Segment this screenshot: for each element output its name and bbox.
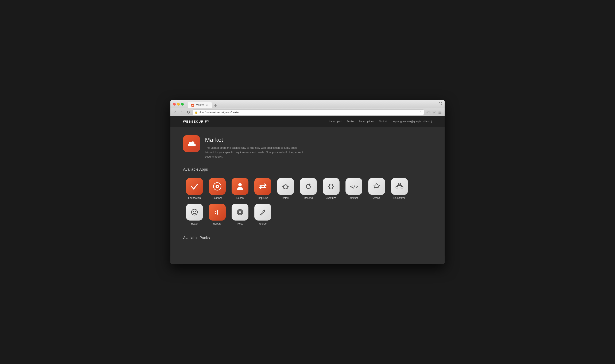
svg-text:</>: </>	[350, 184, 358, 189]
ssl-icon: 🔒	[195, 111, 198, 114]
retest-icon	[277, 178, 294, 195]
app-haxor[interactable]: Haxor	[183, 202, 206, 227]
refresh-button[interactable]	[186, 110, 191, 115]
nav-links: Launchpad Profile Subscriptions Market L…	[329, 120, 432, 123]
app-httpview[interactable]: Httpview	[251, 176, 274, 202]
page-description: The Market offers the easiest way to fin…	[205, 146, 306, 159]
active-tab[interactable]: WS Market ✕	[188, 102, 212, 108]
main-content: Market The Market offers the easiest way…	[170, 127, 445, 264]
nav-profile[interactable]: Profile	[346, 120, 354, 123]
xmlfuzz-label: Xmlfuzz	[349, 196, 358, 199]
backframe-icon	[391, 178, 408, 195]
app-resend[interactable]: Resend	[297, 176, 320, 202]
app-scanner[interactable]: Scanner	[206, 176, 229, 202]
haxor-label: Haxor	[191, 222, 198, 225]
recon-icon	[232, 178, 248, 195]
jsonfuzz-label: Jsonfuzz	[326, 196, 336, 199]
resend-icon	[300, 178, 317, 195]
resend-label: Resend	[304, 196, 313, 199]
svg-point-15	[191, 209, 197, 215]
scanner-icon	[209, 178, 226, 195]
nav-launchpad[interactable]: Launchpad	[329, 120, 342, 123]
traffic-lights	[173, 103, 184, 105]
app-backframe[interactable]: Backframe	[388, 176, 411, 202]
available-apps-title: Available Apps	[183, 167, 432, 172]
app-rforge[interactable]: Rforge	[251, 202, 274, 227]
site-logo: WEBSECURIFY	[183, 120, 209, 123]
svg-rect-4	[438, 112, 441, 113]
app-foundation[interactable]: Foundation	[183, 176, 206, 202]
app-jsonfuzz[interactable]: {} Jsonfuzz	[320, 176, 342, 202]
xmlfuzz-icon: </>	[345, 178, 362, 195]
svg-point-16	[193, 211, 194, 212]
scanner-label: Scanner	[213, 196, 222, 199]
page-header: Market The Market offers the easiest way…	[183, 135, 432, 159]
reburp-icon: :)	[209, 204, 226, 221]
app-reburp[interactable]: :) Reburp	[206, 202, 229, 227]
page-title-area: Market The Market offers the easiest way…	[205, 135, 306, 159]
apps-grid: Foundation Scanner	[183, 176, 432, 227]
rest-icon	[232, 204, 248, 221]
page-icon	[183, 135, 200, 152]
httpview-label: Httpview	[258, 196, 268, 199]
svg-rect-13	[396, 186, 398, 188]
svg-text:{}: {}	[328, 183, 334, 189]
svg-point-17	[195, 211, 196, 212]
expand-button[interactable]	[439, 102, 442, 106]
site-nav: WEBSECURIFY Launchpad Profile Subscripti…	[170, 116, 445, 127]
retest-label: Retest	[282, 196, 289, 199]
new-tab-button[interactable]	[213, 102, 219, 108]
arena-icon	[368, 178, 385, 195]
app-arena[interactable]: Arena	[365, 176, 388, 202]
app-retest[interactable]: Retest	[274, 176, 297, 202]
maximize-button[interactable]	[181, 103, 184, 105]
recon-label: Recon	[236, 196, 244, 199]
rest-label: Rest	[237, 222, 243, 225]
forward-button[interactable]	[179, 110, 184, 115]
rforge-label: Rforge	[259, 222, 267, 225]
foundation-icon	[186, 178, 203, 195]
url-text: https://suite.websecurify.com/market	[199, 111, 239, 114]
extensions-icon[interactable]: WS	[426, 110, 431, 115]
app-xmlfuzz[interactable]: </> Xmlfuzz	[342, 176, 365, 202]
menu-icon[interactable]	[437, 110, 442, 115]
app-rest[interactable]: Rest	[229, 202, 251, 227]
tab-area: WS Market ✕	[188, 100, 219, 108]
tab-close-button[interactable]: ✕	[205, 104, 208, 107]
bookmark-icon[interactable]: ☆	[419, 111, 422, 114]
svg-point-9	[238, 183, 242, 186]
nav-logout[interactable]: Logout (passfree@googlemail.com)	[392, 120, 432, 123]
toolbar-icons: WS	[426, 110, 442, 115]
title-bar: WS Market ✕	[170, 100, 445, 108]
tab-favicon: WS	[191, 104, 194, 107]
svg-point-8	[217, 186, 218, 187]
minimize-button[interactable]	[177, 103, 180, 105]
svg-rect-5	[438, 113, 441, 114]
jsonfuzz-icon: {}	[323, 178, 340, 195]
svg-rect-3	[438, 111, 441, 111]
back-button[interactable]	[173, 110, 178, 115]
tab-label: Market	[196, 104, 204, 107]
svg-rect-14	[401, 186, 403, 188]
page-title: Market	[205, 136, 306, 143]
available-packs-title: Available Packs	[183, 236, 432, 240]
reburp-label: Reburp	[213, 222, 221, 225]
rforge-icon	[254, 204, 271, 221]
app-recon[interactable]: Recon	[229, 176, 251, 202]
svg-line-21	[260, 214, 261, 215]
nav-market[interactable]: Market	[379, 120, 387, 123]
svg-rect-1	[215, 104, 216, 107]
haxor-icon	[186, 204, 203, 221]
close-button[interactable]	[173, 103, 176, 105]
nav-subscriptions[interactable]: Subscriptions	[359, 120, 374, 123]
arena-label: Arena	[373, 196, 380, 199]
page-content: WEBSECURIFY Launchpad Profile Subscripti…	[170, 116, 445, 264]
svg-text::): :)	[215, 208, 219, 215]
httpview-icon	[254, 178, 271, 195]
url-bar[interactable]: 🔒 https://suite.websecurify.com/market ☆	[193, 110, 424, 115]
backframe-label: Backframe	[393, 196, 405, 199]
browser-window: WS Market ✕ 🔒 https://suite.websecurify.…	[170, 100, 445, 264]
svg-rect-12	[398, 183, 400, 185]
radiation-icon[interactable]	[432, 110, 437, 115]
foundation-label: Foundation	[188, 196, 201, 199]
